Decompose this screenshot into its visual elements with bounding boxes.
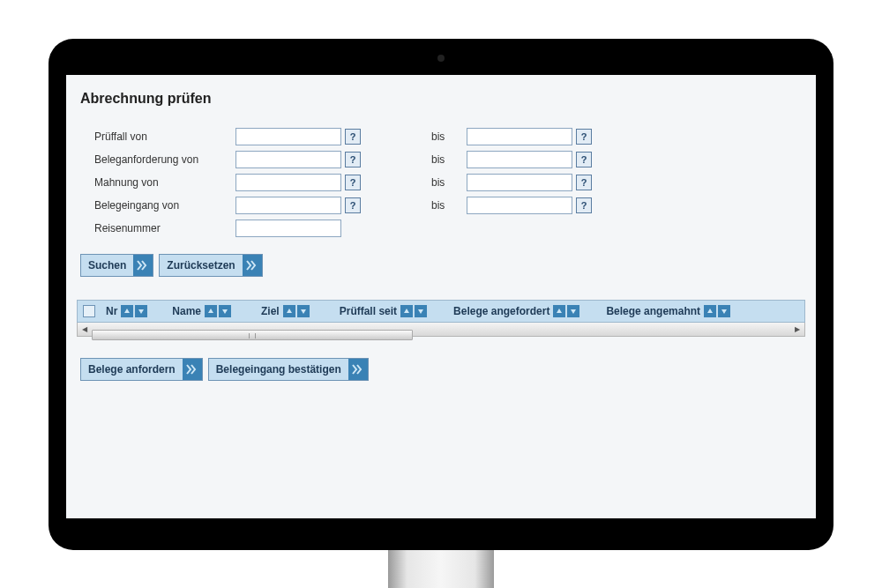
sort-desc-icon[interactable] <box>135 305 147 317</box>
column-nr: Nr <box>106 305 156 317</box>
column-label: Belege angemahnt <box>606 305 700 317</box>
search-button-label: Suchen <box>81 256 133 275</box>
column-name: Name <box>160 305 240 317</box>
label-mahnung-bis: bis <box>431 176 467 189</box>
label-mahnung-von: Mahnung von <box>94 176 235 189</box>
help-icon[interactable]: ? <box>576 197 592 213</box>
forward-icon <box>183 359 202 380</box>
input-belegeingang-bis[interactable] <box>467 197 572 214</box>
help-icon[interactable]: ? <box>345 197 361 213</box>
filter-row-prueffall: Prüffall von ? bis ? <box>94 125 805 148</box>
column-belege-angefordert: Belege angefordert <box>439 305 588 317</box>
help-icon[interactable]: ? <box>576 129 592 145</box>
search-button[interactable]: Suchen <box>80 254 153 277</box>
horizontal-scrollbar[interactable]: ◀ ▶ <box>77 323 805 337</box>
sort-desc-icon[interactable] <box>718 305 730 317</box>
input-reisenummer[interactable] <box>235 220 341 237</box>
filter-row-beleganforderung: Beleganforderung von ? bis ? <box>94 148 805 171</box>
filter-row-reisenummer: Reisenummer <box>94 217 805 240</box>
sort-asc-icon[interactable] <box>704 305 716 317</box>
filter-row-mahnung: Mahnung von ? bis ? <box>94 171 805 194</box>
sort-asc-icon[interactable] <box>205 305 217 317</box>
forward-icon <box>348 359 368 380</box>
confirm-docs-label: Belegeingang bestätigen <box>209 360 348 379</box>
page-title: Abrechnung prüfen <box>77 84 805 120</box>
label-prueffall-bis: bis <box>431 130 467 143</box>
column-belege-angemahnt: Belege angemahnt <box>592 305 739 317</box>
monitor-bezel: Abrechnung prüfen Prüffall von ? bis ? B… <box>54 44 828 545</box>
sort-desc-icon[interactable] <box>567 305 579 317</box>
label-belegeingang-von: Belegeingang von <box>94 199 235 212</box>
input-mahnung-bis[interactable] <box>467 174 572 191</box>
column-label: Belege angefordert <box>453 305 549 317</box>
label-beleganforderung-von: Beleganforderung von <box>94 153 235 166</box>
forward-icon <box>133 255 153 276</box>
sort-desc-icon[interactable] <box>415 305 427 317</box>
scroll-right-icon[interactable]: ▶ <box>790 323 804 335</box>
select-all-checkbox[interactable] <box>83 305 95 317</box>
input-beleganforderung-bis[interactable] <box>467 151 572 168</box>
table-header: Nr Name Ziel <box>77 300 805 323</box>
input-mahnung-von[interactable] <box>235 174 341 191</box>
sort-asc-icon[interactable] <box>121 305 133 317</box>
column-label: Prüffall seit <box>340 305 397 317</box>
input-beleganforderung-von[interactable] <box>235 151 341 168</box>
help-icon[interactable]: ? <box>576 175 592 190</box>
column-label: Name <box>172 305 201 317</box>
sort-asc-icon[interactable] <box>400 305 413 317</box>
input-prueffall-bis[interactable] <box>467 128 572 145</box>
input-belegeingang-von[interactable] <box>235 197 341 214</box>
column-label: Nr <box>106 305 117 317</box>
monitor-frame: Abrechnung prüfen Prüffall von ? bis ? B… <box>49 39 833 550</box>
search-button-row: Suchen Zurücksetzen <box>77 245 805 282</box>
label-beleganforderung-bis: bis <box>431 153 467 166</box>
scrollbar-thumb[interactable] <box>92 330 413 340</box>
confirm-docs-button[interactable]: Belegeingang bestätigen <box>208 358 369 381</box>
sort-desc-icon[interactable] <box>219 305 231 317</box>
app-screen: Abrechnung prüfen Prüffall von ? bis ? B… <box>66 75 816 518</box>
sort-asc-icon[interactable] <box>553 305 565 317</box>
reset-button-label: Zurücksetzen <box>160 256 242 275</box>
reset-button[interactable]: Zurücksetzen <box>159 254 262 277</box>
column-ziel: Ziel <box>243 305 318 317</box>
help-icon[interactable]: ? <box>345 152 361 167</box>
request-docs-button[interactable]: Belege anfordern <box>80 358 203 381</box>
help-icon[interactable]: ? <box>345 129 361 145</box>
sort-desc-icon[interactable] <box>297 305 310 317</box>
scroll-left-icon[interactable]: ◀ <box>78 323 92 335</box>
label-prueffall-von: Prüffall von <box>94 130 235 143</box>
request-docs-label: Belege anfordern <box>81 360 183 379</box>
label-reisenummer: Reisenummer <box>94 222 235 234</box>
filter-row-belegeingang: Belegeingang von ? bis ? <box>94 194 805 217</box>
filter-form: Prüffall von ? bis ? Beleganforderung vo… <box>77 120 805 245</box>
column-prueffall-seit: Prüffall seit <box>322 305 436 317</box>
sort-asc-icon[interactable] <box>283 305 295 317</box>
column-label: Ziel <box>261 305 280 317</box>
label-belegeingang-bis: bis <box>431 199 467 212</box>
help-icon[interactable]: ? <box>345 175 361 190</box>
forward-icon <box>243 255 262 276</box>
monitor-stand-neck <box>388 546 494 589</box>
action-button-row: Belege anfordern Belegeingang bestätigen <box>77 349 805 386</box>
input-prueffall-von[interactable] <box>235 128 341 145</box>
help-icon[interactable]: ? <box>576 152 592 167</box>
